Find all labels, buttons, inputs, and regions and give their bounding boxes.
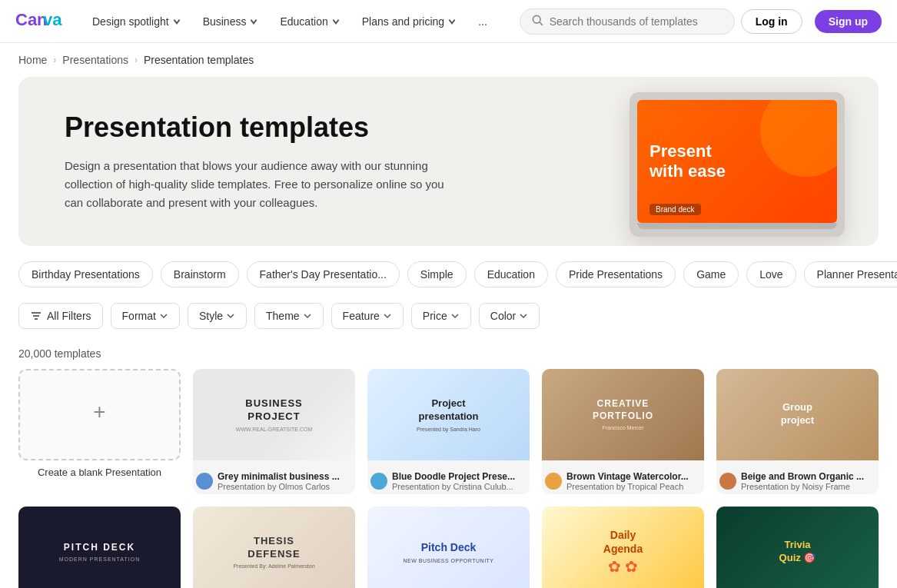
chevron-down-icon xyxy=(519,311,528,321)
card-thumb-dark: PITCH DECK MODERN PRESENTATION xyxy=(18,507,181,588)
price-filter[interactable]: Price xyxy=(411,303,471,329)
card-thumb-agenda: DailyAgenda ✿ ✿ xyxy=(542,507,704,588)
plus-icon: + xyxy=(93,400,105,424)
laptop-screen: Present with ease Brand deck xyxy=(637,100,837,223)
chevron-down-icon xyxy=(226,311,235,321)
nav-education[interactable]: Education xyxy=(272,11,347,32)
avatar xyxy=(719,473,736,490)
format-filter[interactable]: Format xyxy=(111,303,180,329)
svg-text:va: va xyxy=(43,10,62,29)
color-filter[interactable]: Color xyxy=(479,303,540,329)
canva-logo[interactable]: Can va xyxy=(15,8,69,35)
card-author: Presentation by Cristina Culub... xyxy=(392,482,515,491)
theme-filter[interactable]: Theme xyxy=(254,303,324,329)
nav-plans-pricing[interactable]: Plans and pricing xyxy=(354,11,464,32)
template-count: 20,000 templates xyxy=(0,341,897,366)
svg-line-3 xyxy=(539,22,542,25)
blank-card-label: Create a blank Presentation xyxy=(18,460,181,478)
avatar xyxy=(545,473,562,490)
template-thesis[interactable]: THESISDEFENSE Presented By: Adeline Palm… xyxy=(193,507,355,588)
search-input[interactable] xyxy=(550,15,723,28)
hero-image: Present with ease Brand deck xyxy=(630,92,860,246)
all-filters-button[interactable]: All Filters xyxy=(18,303,103,329)
template-brown-vintage[interactable]: CREATIVEPORTFOLIO Francisco Mercer Brown… xyxy=(542,369,704,494)
card-author: Presentation by Tropical Peach xyxy=(566,482,689,491)
filter-icon xyxy=(30,310,42,322)
laptop-text-1: Present xyxy=(649,141,825,161)
breadcrumb-sep-1: › xyxy=(53,55,56,65)
template-pitch-dark[interactable]: PITCH DECK MODERN PRESENTATION Pitch Dec… xyxy=(18,507,181,588)
tag-game[interactable]: Game xyxy=(683,261,739,287)
template-grid-section: + Create a blank Presentation BUSINESSPR… xyxy=(0,366,897,588)
template-blue-doodle[interactable]: Projectpresentation Presented by Sandra … xyxy=(367,369,530,494)
signup-button[interactable]: Sign up xyxy=(815,10,882,33)
laptop-text-2: with ease xyxy=(649,161,825,181)
laptop-brand: Brand deck xyxy=(649,204,701,215)
card-author: Presentation by Noisy Frame xyxy=(741,482,864,491)
card-title: Grey minimalist business ... xyxy=(218,471,340,482)
filters-row: All Filters Format Style Theme Feature P… xyxy=(0,297,897,341)
card-meta: Brown Vintage Watercolor... Presentation… xyxy=(542,465,704,494)
breadcrumb-home[interactable]: Home xyxy=(18,54,47,66)
blank-card-wrapper[interactable]: + Create a blank Presentation xyxy=(18,369,181,494)
card-author: Presentation by Olmos Carlos xyxy=(218,482,340,491)
tags-row: Birthday Presentations Brainstorm Father… xyxy=(0,246,897,297)
hero-section: Presentation templates Design a presenta… xyxy=(18,77,879,246)
template-beige-organic[interactable]: Groupproject Beige and Brown Organic ...… xyxy=(716,369,879,494)
login-button[interactable]: Log in xyxy=(741,9,802,34)
card-thumb-blue: Projectpresentation Presented by Sandra … xyxy=(367,369,530,460)
feature-filter[interactable]: Feature xyxy=(331,303,404,329)
chevron-down-icon xyxy=(303,311,312,321)
template-daily-agenda[interactable]: DailyAgenda ✿ ✿ Daily Agenda xyxy=(542,507,704,588)
avatar xyxy=(196,473,213,490)
card-title: Beige and Brown Organic ... xyxy=(741,471,864,482)
chevron-down-icon xyxy=(159,311,168,321)
chevron-down-icon xyxy=(383,311,392,321)
breadcrumb-current: Presentation templates xyxy=(144,54,254,66)
card-thumb-thesis: THESISDEFENSE Presented By: Adeline Palm… xyxy=(193,507,355,588)
hero-title: Presentation templates xyxy=(65,111,464,144)
style-filter[interactable]: Style xyxy=(188,303,247,329)
laptop-base xyxy=(637,223,837,229)
card-meta: Grey minimalist business ... Presentatio… xyxy=(193,465,355,494)
card-thumb-grey: BUSINESSPROJECT WWW.REAL-GREATSITE.COM xyxy=(193,369,355,460)
breadcrumb-presentations[interactable]: Presentations xyxy=(62,54,128,66)
breadcrumb-sep-2: › xyxy=(135,55,138,65)
card-title: Brown Vintage Watercolor... xyxy=(566,471,689,482)
card-title: Blue Doodle Project Prese... xyxy=(392,471,515,482)
search-icon xyxy=(531,14,543,29)
card-thumb-beige: Groupproject xyxy=(716,369,879,460)
tag-pride[interactable]: Pride Presentations xyxy=(556,261,676,287)
card-thumb-trivia: TriviaQuiz 🎯 xyxy=(716,507,879,588)
chevron-down-icon xyxy=(450,311,460,321)
hero-description: Design a presentation that blows your au… xyxy=(65,157,464,212)
card-meta: Blue Doodle Project Prese... Presentatio… xyxy=(367,465,530,494)
nav-more[interactable]: ... xyxy=(470,11,495,32)
laptop-outer: Present with ease Brand deck xyxy=(630,92,845,237)
breadcrumb: Home › Presentations › Presentation temp… xyxy=(0,43,897,77)
blank-card[interactable]: + xyxy=(18,369,181,460)
search-bar[interactable] xyxy=(520,8,735,35)
tag-simple[interactable]: Simple xyxy=(407,261,467,287)
template-grey-minimalist[interactable]: BUSINESSPROJECT WWW.REAL-GREATSITE.COM G… xyxy=(193,369,355,494)
card-thumb-pitch2: Pitch Deck NEW BUSINESS OPPORTUNITY xyxy=(367,507,530,588)
navbar: Can va Design spotlight Business Educati… xyxy=(0,0,897,43)
avatar xyxy=(370,473,387,490)
tag-birthday[interactable]: Birthday Presentations xyxy=(18,261,153,287)
card-meta: Beige and Brown Organic ... Presentation… xyxy=(716,465,879,494)
tag-fathers-day[interactable]: Father's Day Presentatio... xyxy=(247,261,400,287)
template-pitch-2[interactable]: Pitch Deck NEW BUSINESS OPPORTUNITY Pitc… xyxy=(367,507,530,588)
tag-planner[interactable]: Planner Presentations xyxy=(804,261,897,287)
template-trivia-quiz[interactable]: TriviaQuiz 🎯 Trivia Quiz xyxy=(716,507,879,588)
tag-education[interactable]: Education xyxy=(474,261,548,287)
tag-love[interactable]: Love xyxy=(746,261,796,287)
template-grid: + Create a blank Presentation BUSINESSPR… xyxy=(18,369,879,588)
tag-brainstorm[interactable]: Brainstorm xyxy=(161,261,239,287)
card-thumb-brown: CREATIVEPORTFOLIO Francisco Mercer xyxy=(542,369,704,460)
nav-design-spotlight[interactable]: Design spotlight xyxy=(85,11,189,32)
nav-business[interactable]: Business xyxy=(195,11,267,32)
hero-text: Presentation templates Design a presenta… xyxy=(65,111,464,211)
